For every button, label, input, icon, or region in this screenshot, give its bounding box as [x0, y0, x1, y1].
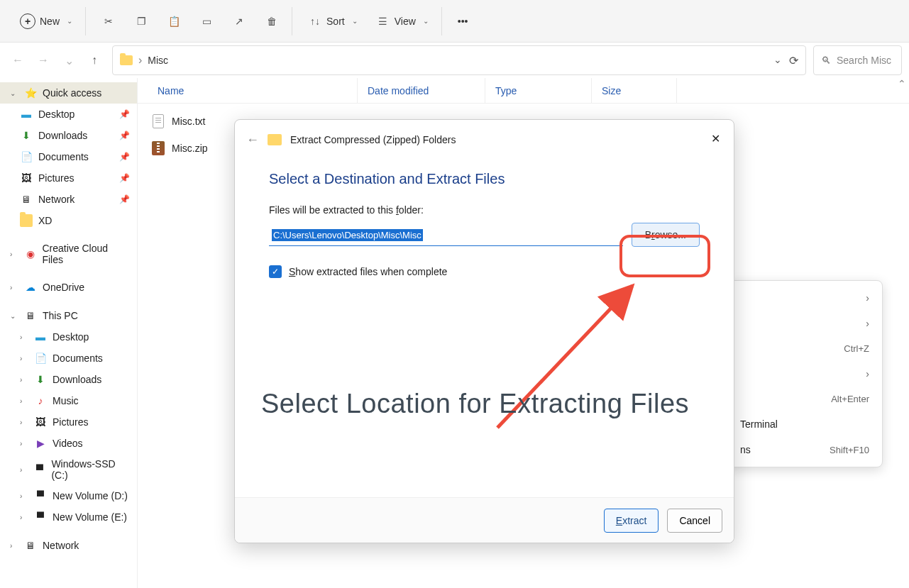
txt-file-icon	[152, 113, 165, 129]
delete-button[interactable]: 🗑	[258, 10, 286, 33]
ctx-item-terminal[interactable]: Terminal	[727, 411, 882, 437]
pictures-icon: 🖼	[34, 416, 47, 428]
copy-button[interactable]: ❐	[127, 10, 155, 33]
videos-icon: ▶	[34, 437, 47, 450]
sidebar-creative[interactable]: ›◉Creative Cloud Files	[0, 238, 137, 270]
sidebar-pc-videos[interactable]: ›▶Videos	[0, 433, 137, 454]
share-button[interactable]: ↗	[225, 10, 253, 33]
sidebar-pc-music[interactable]: ›♪Music	[0, 390, 137, 411]
search-box[interactable]: 🔍︎ Search Misc	[813, 45, 902, 75]
pin-icon: 📌	[119, 131, 130, 140]
download-icon: ⬇	[34, 373, 47, 386]
path-label: Files will be extracted to this folder:	[269, 204, 700, 216]
chevron-down-icon: ⌄	[423, 17, 429, 25]
copy-icon: ❐	[134, 14, 148, 28]
sidebar-documents[interactable]: 📄Documents📌	[0, 146, 137, 167]
ctx-item[interactable]: ›	[727, 361, 882, 387]
dialog-back-button[interactable]: ←	[246, 133, 259, 148]
more-group: •••	[445, 7, 481, 35]
sort-label: Sort	[326, 16, 345, 27]
delete-icon: 🗑	[265, 14, 279, 28]
dialog-header: ← Extract Compressed (Zipped) Folders ✕	[235, 120, 734, 160]
nav-buttons: ← → ⌄ ↑	[7, 50, 105, 71]
file-name: Misc.txt	[172, 116, 205, 127]
new-label: New	[40, 16, 60, 27]
sidebar-downloads[interactable]: ⬇Downloads📌	[0, 125, 137, 146]
onedrive-icon: ☁	[24, 281, 37, 294]
chevron-right-icon: ›	[866, 368, 869, 379]
cancel-button[interactable]: Cancel	[667, 509, 722, 533]
sidebar-desktop[interactable]: ▬Desktop📌	[0, 104, 137, 125]
chevron-right-icon: ›	[866, 292, 869, 304]
rename-button[interactable]: ▭	[192, 10, 221, 33]
folder-icon	[20, 214, 33, 227]
ctx-item-properties[interactable]: Alt+Enter	[727, 387, 882, 411]
up-button[interactable]: ↑	[84, 50, 105, 71]
back-button[interactable]: ←	[7, 50, 28, 71]
annotation-highlight	[619, 235, 710, 277]
cut-button[interactable]: ✂	[94, 10, 123, 33]
view-label: View	[395, 16, 416, 27]
pictures-icon: 🖼	[20, 172, 33, 184]
col-size[interactable]: Size	[592, 78, 677, 103]
col-type[interactable]: Type	[485, 78, 592, 103]
sidebar-this-pc[interactable]: ⌄🖥This PC	[0, 305, 137, 326]
refresh-button[interactable]: ⟳	[789, 54, 798, 67]
chevron-right-icon: ›	[866, 318, 869, 329]
forward-button[interactable]: →	[33, 50, 54, 71]
plus-circle-icon: +	[20, 13, 35, 29]
drive-icon: ▀	[34, 511, 47, 523]
dialog-footer: Extract Cancel	[235, 497, 734, 543]
col-date[interactable]: Date modified	[358, 78, 485, 103]
path-value: C:\Users\Lenovo\Desktop\Misc\Misc	[272, 229, 423, 241]
close-button[interactable]: ✕	[707, 130, 724, 147]
sidebar-network[interactable]: ›🖥Network	[0, 535, 137, 556]
dialog-title: Extract Compressed (Zipped) Folders	[290, 134, 456, 145]
ctx-item-more-options[interactable]: nsShift+F10	[727, 437, 882, 462]
paste-button[interactable]: 📋	[160, 10, 188, 33]
address-bar[interactable]: › Misc ⌄ ⟳	[112, 45, 806, 75]
music-icon: ♪	[34, 394, 47, 407]
dialog-body: Select a Destination and Extract Files F…	[235, 160, 734, 497]
desktop-icon: ▬	[20, 108, 33, 121]
rename-icon: ▭	[199, 14, 214, 28]
scroll-up-icon[interactable]: ⌃	[898, 78, 906, 89]
sidebar-network-pin[interactable]: 🖥Network📌	[0, 189, 137, 210]
dialog-heading: Select a Destination and Extract Files	[269, 171, 700, 187]
chevron-down-icon[interactable]: ⌄	[773, 54, 782, 67]
ctx-item[interactable]: ›	[727, 285, 882, 311]
sidebar-drive-e[interactable]: ›▀New Volume (E:)	[0, 506, 137, 528]
clipboard-group: ✂ ❐ 📋 ▭ ↗ 🗑	[89, 7, 292, 35]
pin-icon: 📌	[119, 152, 130, 162]
view-button[interactable]: ☰ View ⌄	[369, 10, 436, 33]
new-button[interactable]: + New ⌄	[13, 9, 79, 33]
extract-dialog: ← Extract Compressed (Zipped) Folders ✕ …	[234, 119, 734, 543]
sidebar-pc-documents[interactable]: ›📄Documents	[0, 348, 137, 369]
extract-button[interactable]: Extract	[604, 509, 659, 533]
sidebar: ⌄⭐Quick access ▬Desktop📌 ⬇Downloads📌 📄Do…	[0, 78, 138, 588]
recent-dropdown[interactable]: ⌄	[58, 50, 79, 71]
breadcrumb[interactable]: Misc	[148, 55, 168, 66]
checkbox-label: Show extracted files when complete	[289, 266, 447, 277]
new-group: + New ⌄	[7, 7, 86, 35]
sidebar-pc-pictures[interactable]: ›🖼Pictures	[0, 411, 137, 433]
destination-path-input[interactable]: C:\Users\Lenovo\Desktop\Misc\Misc	[269, 224, 623, 246]
sidebar-drive-d[interactable]: ›▀New Volume (D:)	[0, 485, 137, 506]
sidebar-pictures[interactable]: 🖼Pictures📌	[0, 167, 137, 189]
col-name[interactable]: Name	[138, 78, 358, 103]
sort-button[interactable]: ↑↓ Sort ⌄	[301, 10, 365, 33]
column-headers: Name Date modified Type Size ⌃	[138, 78, 909, 104]
sidebar-quick-access[interactable]: ⌄⭐Quick access	[0, 82, 137, 104]
checkbox-checked-icon[interactable]: ✓	[269, 265, 282, 278]
more-button[interactable]: •••	[451, 11, 475, 31]
arrange-group: ↑↓ Sort ⌄ ☰ View ⌄	[295, 7, 442, 35]
sidebar-onedrive[interactable]: ›☁OneDrive	[0, 277, 137, 298]
ctx-item[interactable]: ›	[727, 311, 882, 336]
sidebar-pc-downloads[interactable]: ›⬇Downloads	[0, 369, 137, 390]
view-icon: ☰	[376, 14, 390, 28]
sidebar-xd[interactable]: XD	[0, 210, 137, 231]
sidebar-pc-desktop[interactable]: ›▬Desktop	[0, 326, 137, 348]
chevron-down-icon: ⌄	[352, 17, 358, 25]
sidebar-drive-c[interactable]: ›▀Windows-SSD (C:)	[0, 454, 137, 485]
ctx-item-undo[interactable]: Ctrl+Z	[727, 336, 882, 361]
